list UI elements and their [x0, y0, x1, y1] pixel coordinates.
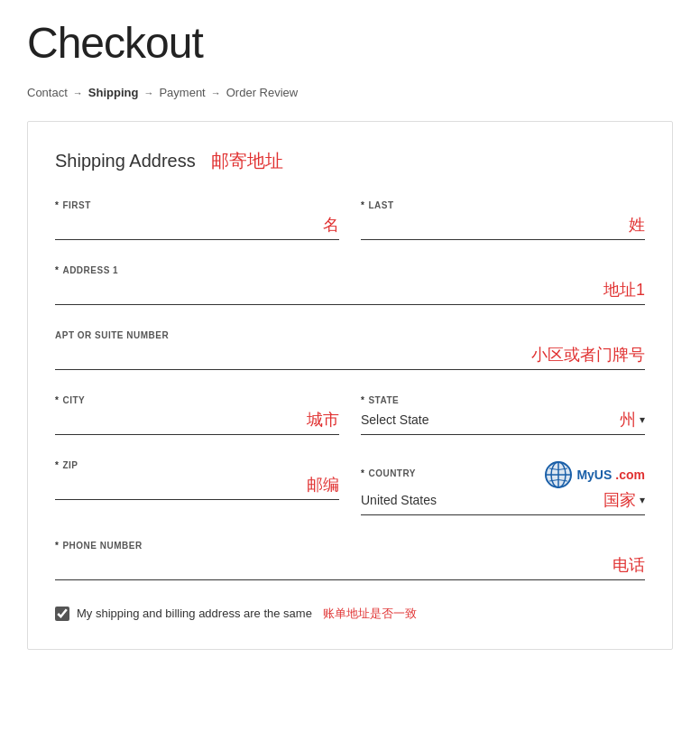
- first-chinese: 名: [323, 214, 339, 236]
- myus-logo: MyUS.com: [544, 460, 645, 489]
- zip-input[interactable]: [55, 477, 301, 492]
- phone-group: *PHONE NUMBER 电话: [55, 541, 645, 580]
- country-group: *COUNTRY MyUS.com: [361, 460, 645, 515]
- zip-field-wrapper: 邮编: [55, 474, 339, 500]
- address1-row: *ADDRESS 1 地址1: [55, 265, 645, 305]
- country-chevron-icon: ▾: [640, 494, 645, 506]
- page-title: Checkout: [27, 18, 673, 68]
- shipping-form: Shipping Address 邮寄地址 *FIRST 名 *LAST 姓: [27, 121, 673, 650]
- country-chinese: 国家: [603, 489, 636, 511]
- last-field-wrapper: 姓: [361, 214, 645, 240]
- apt-chinese: 小区或者门牌号: [531, 344, 645, 366]
- state-select-wrapper: Select State Alabama Alaska California N…: [361, 409, 645, 435]
- last-name-group: *LAST 姓: [361, 200, 645, 240]
- city-label: *CITY: [55, 395, 339, 405]
- country-select[interactable]: United States Canada United Kingdom Aust…: [361, 493, 598, 507]
- breadcrumb-shipping: Shipping: [88, 86, 139, 99]
- address1-label: *ADDRESS 1: [55, 265, 645, 275]
- address1-group: *ADDRESS 1 地址1: [55, 265, 645, 305]
- first-name-group: *FIRST 名: [55, 200, 339, 240]
- zip-group: *ZIP 邮编: [55, 460, 339, 500]
- apt-group: APT OR SUITE NUMBER 小区或者门牌号: [55, 330, 645, 370]
- myus-globe-icon: [544, 460, 573, 489]
- city-chinese: 城市: [307, 409, 339, 431]
- last-name-input[interactable]: [361, 218, 623, 232]
- billing-same-row: My shipping and billing address are the …: [55, 606, 645, 622]
- first-field-wrapper: 名: [55, 214, 339, 240]
- arrow-3: →: [211, 88, 221, 98]
- phone-chinese: 电话: [612, 554, 645, 576]
- breadcrumb-order-review[interactable]: Order Review: [226, 86, 298, 99]
- apt-field-wrapper: 小区或者门牌号: [55, 344, 645, 370]
- breadcrumb-contact[interactable]: Contact: [27, 86, 68, 99]
- section-title: Shipping Address 邮寄地址: [55, 149, 645, 173]
- city-state-row: *CITY 城市 *STATE Select State Alabama Ala…: [55, 395, 645, 435]
- phone-field-wrapper: 电话: [55, 554, 645, 580]
- apt-row: APT OR SUITE NUMBER 小区或者门牌号: [55, 330, 645, 370]
- phone-row: *PHONE NUMBER 电话: [55, 541, 645, 580]
- country-label: *COUNTRY: [361, 468, 416, 478]
- city-input[interactable]: [55, 412, 301, 427]
- billing-same-chinese: 账单地址是否一致: [323, 607, 417, 620]
- breadcrumb-payment[interactable]: Payment: [159, 86, 205, 99]
- city-field-wrapper: 城市: [55, 409, 339, 435]
- state-label: *STATE: [361, 395, 645, 405]
- apt-input[interactable]: [55, 347, 526, 362]
- apt-label: APT OR SUITE NUMBER: [55, 330, 645, 340]
- myus-text: MyUS: [576, 468, 612, 482]
- address1-input[interactable]: [55, 283, 598, 297]
- section-title-chinese: 邮寄地址: [211, 151, 283, 171]
- phone-label: *PHONE NUMBER: [55, 541, 645, 551]
- billing-same-label[interactable]: My shipping and billing address are the …: [77, 606, 417, 622]
- breadcrumb: Contact → Shipping → Payment → Order Rev…: [27, 86, 673, 99]
- last-label: *LAST: [361, 200, 645, 210]
- address1-chinese: 地址1: [603, 279, 645, 301]
- phone-input[interactable]: [55, 558, 607, 572]
- zip-chinese: 邮编: [307, 474, 339, 496]
- first-name-input[interactable]: [55, 218, 318, 232]
- arrow-2: →: [143, 88, 153, 98]
- country-select-wrapper: United States Canada United Kingdom Aust…: [361, 489, 645, 515]
- last-chinese: 姓: [629, 214, 645, 236]
- city-group: *CITY 城市: [55, 395, 339, 435]
- address1-field-wrapper: 地址1: [55, 279, 645, 305]
- name-row: *FIRST 名 *LAST 姓: [55, 200, 645, 240]
- zip-country-row: *ZIP 邮编 *COUNTRY: [55, 460, 645, 515]
- state-chevron-icon: ▾: [640, 413, 645, 426]
- first-label: *FIRST: [55, 200, 339, 210]
- myus-com-text: .com: [615, 468, 645, 482]
- arrow-1: →: [73, 88, 83, 98]
- billing-same-checkbox[interactable]: [55, 607, 69, 621]
- state-chinese: 州: [620, 409, 636, 431]
- state-select[interactable]: Select State Alabama Alaska California N…: [361, 412, 614, 427]
- state-group: *STATE Select State Alabama Alaska Calif…: [361, 395, 645, 435]
- zip-label: *ZIP: [55, 460, 339, 470]
